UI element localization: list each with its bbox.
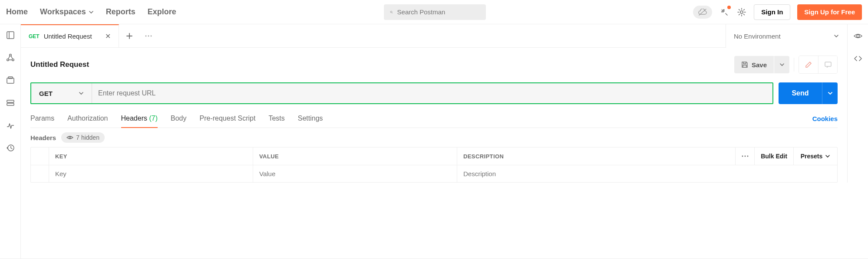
tab-headers[interactable]: Headers (7): [121, 109, 158, 128]
nav-left: Home Workspaces Reports Explore: [6, 7, 176, 16]
row-checkbox[interactable]: [31, 165, 49, 182]
capture-icon[interactable]: [719, 7, 729, 17]
table-row: [31, 165, 837, 182]
tab-body[interactable]: Body: [171, 109, 186, 128]
nav-workspaces[interactable]: Workspaces: [40, 7, 94, 16]
chevron-down-icon: [89, 10, 94, 15]
send-dropdown[interactable]: [822, 82, 838, 104]
svg-point-14: [857, 35, 859, 37]
url-input[interactable]: [92, 83, 772, 103]
request-subtabs: Params Authorization Headers (7) Body Pr…: [30, 109, 323, 128]
environment-selector[interactable]: No Environment: [726, 24, 847, 48]
tab-settings[interactable]: Settings: [298, 109, 323, 128]
env-quicklook-icon[interactable]: [853, 31, 863, 41]
svg-point-11: [145, 35, 146, 36]
svg-point-19: [747, 156, 748, 157]
chevron-down-icon: [825, 154, 830, 159]
svg-rect-9: [7, 103, 14, 105]
eye-icon: [66, 135, 73, 140]
method-label: GET: [39, 90, 53, 97]
search-input[interactable]: [397, 8, 480, 16]
collections-icon[interactable]: [6, 30, 15, 40]
col-checkbox: [31, 148, 49, 165]
right-rail: [847, 48, 868, 183]
chevron-down-icon: [833, 33, 839, 39]
request-tab[interactable]: GET Untitled Request ✕: [21, 24, 119, 47]
nav-home[interactable]: Home: [6, 7, 28, 16]
close-icon[interactable]: ✕: [105, 32, 111, 40]
tab-authorization[interactable]: Authorization: [67, 109, 108, 128]
send-button[interactable]: Send: [779, 82, 822, 104]
svg-point-1: [740, 11, 743, 13]
svg-point-5: [12, 59, 13, 61]
key-input[interactable]: [55, 170, 247, 177]
tabs-bar: GET Untitled Request ✕: [21, 24, 726, 48]
tab-headers-label: Headers: [121, 115, 147, 122]
history-icon[interactable]: [6, 143, 15, 153]
tab-tests[interactable]: Tests: [268, 109, 284, 128]
url-bar: GET: [30, 82, 773, 104]
save-button[interactable]: Save: [734, 56, 774, 73]
environments-icon[interactable]: [6, 75, 15, 85]
new-tab-button[interactable]: [119, 32, 140, 40]
col-options-icon[interactable]: [736, 148, 755, 165]
cookies-link[interactable]: Cookies: [812, 115, 838, 122]
nav-explore[interactable]: Explore: [148, 7, 176, 16]
monitors-icon[interactable]: [6, 121, 15, 130]
hidden-headers-text: 7 hidden: [76, 134, 99, 141]
cloud-offline-icon[interactable]: [693, 6, 712, 19]
search-box[interactable]: [384, 4, 486, 20]
signup-button[interactable]: Sign Up for Free: [797, 4, 862, 20]
search-icon: [390, 8, 393, 16]
presets-button[interactable]: Presets: [794, 148, 837, 165]
edit-icon[interactable]: [799, 56, 818, 73]
svg-point-0: [390, 11, 392, 13]
save-dropdown[interactable]: [774, 56, 789, 73]
tab-params[interactable]: Params: [30, 109, 54, 128]
table-header: KEY VALUE DESCRIPTION Bulk Edit Presets: [31, 148, 837, 165]
code-icon[interactable]: [853, 54, 863, 63]
tab-menu-icon[interactable]: [140, 35, 157, 37]
environment-label: No Environment: [734, 33, 781, 40]
top-nav: Home Workspaces Reports Explore Sign In …: [0, 0, 868, 24]
settings-icon[interactable]: [736, 7, 747, 17]
left-rail: [0, 24, 21, 259]
notification-dot: [727, 6, 731, 9]
request-panel: Untitled Request Save: [21, 48, 847, 183]
signin-button[interactable]: Sign In: [754, 4, 790, 20]
col-key-header: KEY: [49, 148, 253, 165]
nav-center: [176, 4, 693, 20]
bulk-edit-button[interactable]: Bulk Edit: [755, 148, 794, 165]
apis-icon[interactable]: [6, 53, 15, 62]
description-input[interactable]: [463, 170, 831, 177]
svg-point-18: [744, 156, 746, 157]
svg-rect-2: [7, 32, 14, 39]
svg-point-12: [148, 35, 149, 36]
svg-rect-15: [825, 62, 831, 66]
method-selector[interactable]: GET: [31, 83, 92, 103]
chevron-down-icon: [828, 91, 833, 96]
value-input[interactable]: [259, 170, 451, 177]
comments-icon[interactable]: [818, 56, 837, 73]
save-label: Save: [752, 61, 767, 69]
headers-table: KEY VALUE DESCRIPTION Bulk Edit Presets: [30, 147, 838, 183]
col-value-header: VALUE: [253, 148, 457, 165]
request-title: Untitled Request: [30, 60, 89, 69]
svg-rect-6: [7, 78, 14, 83]
svg-point-16: [69, 137, 71, 138]
svg-rect-7: [8, 77, 13, 79]
svg-point-4: [7, 59, 8, 61]
nav-reports[interactable]: Reports: [106, 7, 135, 16]
presets-label: Presets: [801, 153, 823, 160]
tab-headers-count: (7): [149, 115, 158, 122]
hidden-headers-toggle[interactable]: 7 hidden: [61, 132, 105, 143]
save-icon: [741, 61, 748, 68]
tab-prerequest[interactable]: Pre-request Script: [199, 109, 255, 128]
chevron-down-icon: [779, 62, 785, 67]
mock-servers-icon[interactable]: [6, 98, 15, 108]
col-description-header: DESCRIPTION: [457, 148, 736, 165]
chevron-down-icon: [79, 91, 84, 96]
svg-point-3: [9, 54, 11, 56]
nav-right: Sign In Sign Up for Free: [693, 4, 862, 20]
svg-rect-8: [7, 100, 14, 102]
